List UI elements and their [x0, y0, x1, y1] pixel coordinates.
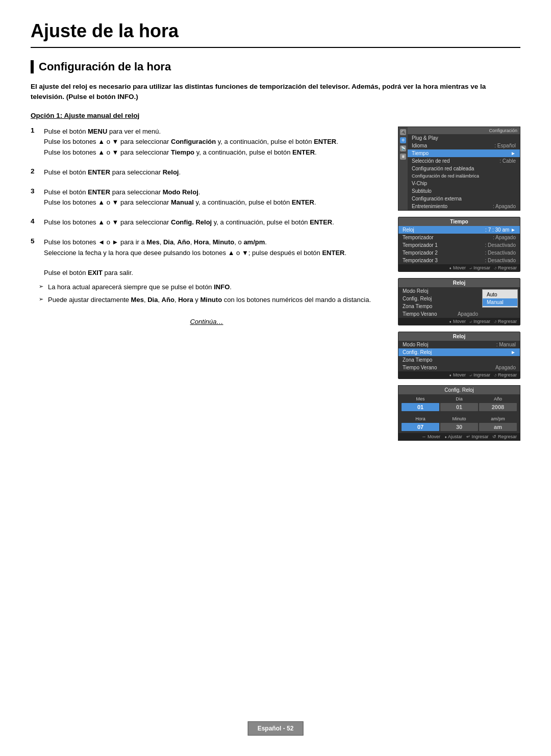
config-row-redcable: Configuración red cableada: [408, 165, 520, 172]
config-header-label: Configuración: [408, 127, 520, 134]
reloj-zona-label: Zona Tiempo: [403, 304, 432, 309]
tiempo-temp3-value: : Desactivado: [485, 258, 516, 263]
config-row-selred-label: Selección de red: [412, 158, 450, 164]
step-5-number: 5: [31, 237, 39, 245]
reloj2-row-modo: Modo Reloj : Manual: [398, 341, 520, 348]
tiempo-temp2-value: : Desactivado: [485, 250, 516, 256]
bullet-list: La hora actual aparecerá siempre que se …: [39, 282, 383, 306]
config-row-vchip-label: V-Chip: [412, 181, 427, 186]
reloj-menu-panel: Reloj Modo Reloj Config. Reloj Zona Tiem…: [398, 278, 520, 325]
col-value-minuto: 30: [440, 423, 478, 431]
bullet-item-2: Puede ajustar directamente Mes, Dia, Año…: [39, 295, 383, 306]
config-row-tiempo: Tiempo ►: [408, 149, 520, 157]
config-row-tiempo-arrow: ►: [511, 150, 516, 156]
config-row-reding-label: Configuración de red inalámbrica: [412, 173, 479, 179]
tiempo-temp1-label: Temporizador 1: [403, 242, 438, 248]
tiempo-temp-value: : Apagado: [493, 235, 516, 240]
tiempo-reloj-label: Reloj: [403, 227, 414, 233]
config-reloj-title: Config. Reloj: [398, 386, 520, 394]
reloj-row-modo: Modo Reloj: [398, 287, 482, 295]
step-2-text: Pulse el botón ENTER para seleccionar Re…: [44, 167, 181, 178]
reloj2-modo-label: Modo Reloj: [403, 342, 429, 347]
reloj-dropdown: Auto Manual: [482, 289, 518, 308]
tiempo-temp-label: Temporizador: [403, 235, 434, 240]
col-header-minuto: Minuto: [440, 416, 478, 422]
step-1: 1 Pulse el botón MENU para ver el menú. …: [31, 127, 383, 158]
config-row-selred-value: : Cable: [499, 158, 516, 164]
config-menu-panel: 🔌 ⚙ 📡 🖥 Configuración Plug & Play Idioma…: [398, 127, 520, 211]
reloj-verano-value: Apagado: [458, 311, 478, 317]
tiempo-row-temp3: Temporizador 3 : Desactivado: [398, 257, 520, 264]
reloj2-config-label: Config. Reloj: [403, 349, 432, 355]
col-header-ampm: am/pm: [479, 416, 517, 422]
step-2-number: 2: [31, 167, 39, 175]
sub-heading: Opción 1: Ajuste manual del reloj: [31, 112, 520, 119]
sidebar-icon-2: ⚙: [400, 137, 406, 143]
col-value-anio: 2008: [479, 403, 517, 411]
step-1-text: Pulse el botón MENU para ver el menú. Pu…: [44, 127, 338, 158]
config-reloj-footer: ↔ Mover ⬧ Ajustar ↵ Ingresar ↺ Regresar: [398, 433, 520, 440]
reloj-manual-title: Reloj: [398, 332, 520, 341]
config-row-entret-value: : Apagado: [493, 204, 516, 209]
sidebar-icon-4: 🖥: [400, 154, 406, 160]
reloj-row-zona: Zona Tiempo: [398, 303, 482, 310]
sidebar-icon-3: 📡: [400, 145, 406, 152]
reloj2-config-arrow: ►: [511, 349, 516, 355]
footer-adjust: ⬧ Ajustar: [444, 434, 462, 439]
tiempo-panel-title: Tiempo: [398, 217, 520, 226]
config-row-entret-label: Entretenimiento: [412, 204, 447, 209]
config-row-idioma-value: : Español: [494, 143, 516, 148]
config-row-externa-label: Configuración externa: [412, 196, 462, 201]
config-row-idioma: Idioma : Español: [408, 142, 520, 149]
tiempo-row-reloj: Reloj : 7 : 30 am ►: [398, 226, 520, 234]
tiempo-temp3-label: Temporizador 3: [403, 258, 438, 263]
config-row-subtitulo-label: Subtitulo: [412, 188, 432, 194]
reloj-row-verano: Tiempo Verano Apagado: [398, 310, 482, 318]
left-column: 1 Pulse el botón MENU para ver el menú. …: [31, 127, 383, 441]
footer-move: ↔ Mover: [421, 434, 440, 439]
reloj-panel-footer: ⬧ Mover ↵ Ingresar ↺ Regresar: [398, 318, 520, 325]
config-content: Configuración Plug & Play Idioma : Españ…: [408, 127, 520, 210]
page-title: Ajuste de la hora: [31, 20, 520, 48]
tiempo-temp1-value: : Desactivado: [485, 242, 516, 248]
reloj2-row-verano: Tiempo Verano Apagado: [398, 364, 520, 371]
reloj2-footer: ⬧ Mover ↵ Ingresar ↺ Regresar: [398, 371, 520, 379]
config-reloj-grid: Mes Dia Año 01 01 2008 Hora Minuto am/pm…: [398, 394, 520, 433]
col-header-dia: Dia: [440, 396, 478, 402]
step-3-text: Pulse el botón ENTER para seleccionar Mo…: [44, 187, 316, 209]
col-value-ampm: am: [479, 423, 517, 431]
col-header-mes: Mes: [402, 396, 439, 402]
bullet-item-1: La hora actual aparecerá siempre que se …: [39, 282, 383, 293]
config-row-vchip: V-Chip: [408, 180, 520, 187]
step-4-text: Pulse los botones ▲ o ▼ para seleccionar…: [44, 217, 334, 228]
content-area: 1 Pulse el botón MENU para ver el menú. …: [31, 127, 520, 441]
config-row-subtitulo: Subtitulo: [408, 187, 520, 195]
footer-back: ↺ Regresar: [492, 434, 517, 439]
tiempo-reloj-value: : 7 : 30 am ►: [485, 227, 516, 233]
config-row-plugplay-label: Plug & Play: [412, 135, 438, 141]
reloj2-zona-label: Zona Tiempo: [403, 357, 432, 363]
right-column: 🔌 ⚙ 📡 🖥 Configuración Plug & Play Idioma…: [398, 127, 520, 441]
config-reloj-panel: Config. Reloj Mes Dia Año 01 01 2008 Hor…: [398, 385, 520, 441]
footer-enter: ↵ Ingresar: [466, 434, 489, 439]
dropdown-auto: Auto: [483, 291, 517, 298]
reloj-panel-rows: Modo Reloj Config. Reloj Zona Tiempo Tie…: [398, 287, 482, 318]
reloj2-modo-value: : Manual: [496, 342, 516, 347]
section-heading: Configuración de la hora: [31, 60, 520, 73]
config-row-plugplay: Plug & Play: [408, 134, 520, 142]
continues-label: Continúa…: [31, 318, 383, 325]
col-header-anio: Año: [479, 396, 517, 402]
intro-paragraph: El ajuste del reloj es necesario para ut…: [31, 82, 520, 103]
footer-label: Español - 52: [248, 721, 304, 736]
config-row-redcable-label: Configuración red cableada: [412, 166, 474, 171]
step-5: 5 Pulse los botones ◄ o ► para ir a Mes,…: [31, 237, 383, 259]
reloj-panel-body: Modo Reloj Config. Reloj Zona Tiempo Tie…: [398, 287, 520, 318]
reloj2-row-zona: Zona Tiempo: [398, 356, 520, 364]
step-5-text: Pulse los botones ◄ o ► para ir a Mes, D…: [44, 237, 346, 259]
reloj2-verano-label: Tiempo Verano: [403, 365, 437, 370]
sidebar-icon-1: 🔌: [400, 129, 406, 135]
col-header-hora: Hora: [402, 416, 439, 422]
reloj2-row-config: Config. Reloj ►: [398, 348, 520, 356]
tiempo-panel-footer: ⬧ Mover ↵ Ingresar ↺ Regresar: [398, 264, 520, 271]
config-row-externa: Configuración externa: [408, 195, 520, 203]
